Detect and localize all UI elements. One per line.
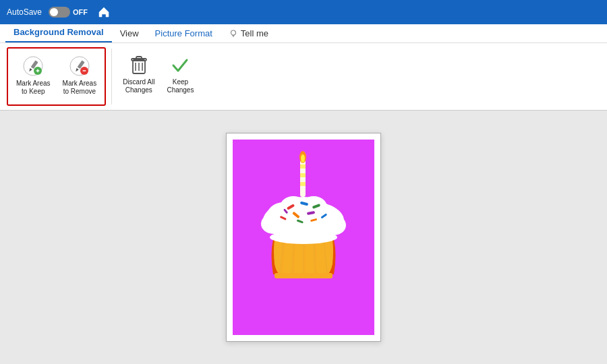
keep-changes-button[interactable]: Keep Changes — [161, 50, 199, 97]
toggle-knob — [50, 8, 58, 16]
svg-point-55 — [270, 231, 337, 244]
titlebar: AutoSave OFF — [0, 0, 607, 24]
tab-tell-me[interactable]: Tell me — [221, 26, 277, 42]
canvas-area — [0, 111, 607, 364]
svg-rect-24 — [300, 182, 306, 186]
svg-point-26 — [301, 154, 305, 162]
discard-icon — [127, 53, 151, 77]
mark-areas-keep-button[interactable]: Mark Areas to Keep — [11, 51, 56, 98]
cupcake-image — [233, 140, 374, 335]
refine-group-box: Mark Areas to Keep Mark A — [7, 47, 106, 106]
image-frame — [226, 133, 381, 342]
svg-rect-16 — [136, 57, 142, 59]
mark-remove-icon — [67, 54, 92, 78]
mark-keep-label: Mark Areas to Keep — [16, 80, 51, 96]
tab-view[interactable]: View — [112, 26, 147, 42]
svg-rect-8 — [38, 69, 38, 73]
mark-areas-remove-button[interactable]: Mark Areas to Remove — [57, 51, 103, 98]
svg-rect-13 — [82, 70, 86, 71]
svg-rect-2 — [233, 36, 234, 36]
svg-rect-22 — [300, 164, 306, 169]
autosave-label: AutoSave — [7, 7, 42, 17]
toggle-track — [49, 7, 70, 18]
keep-changes-label: Keep Changes — [167, 78, 194, 94]
tab-picture-format[interactable]: Picture Format — [147, 26, 221, 42]
svg-rect-54 — [274, 273, 333, 278]
discard-all-changes-button[interactable]: Discard All Changes — [117, 50, 160, 97]
keep-changes-icon — [168, 53, 192, 77]
mark-remove-label: Mark Areas to Remove — [63, 80, 97, 96]
discard-all-label: Discard All Changes — [123, 78, 154, 94]
mark-keep-icon — [21, 54, 45, 78]
lightbulb-icon — [229, 29, 238, 38]
toggle-state-label: OFF — [73, 8, 88, 16]
tab-background-removal[interactable]: Background Removal — [5, 24, 112, 42]
ribbon: Mark Areas to Keep Mark A — [0, 43, 607, 111]
svg-rect-23 — [300, 173, 306, 177]
home-button[interactable] — [97, 5, 111, 19]
ribbon-divider-1 — [111, 49, 112, 104]
svg-point-0 — [231, 30, 235, 35]
autosave-toggle[interactable]: OFF — [49, 7, 88, 18]
svg-rect-1 — [232, 35, 234, 36]
ribbon-tabs: Background Removal View Picture Format T… — [0, 24, 607, 43]
